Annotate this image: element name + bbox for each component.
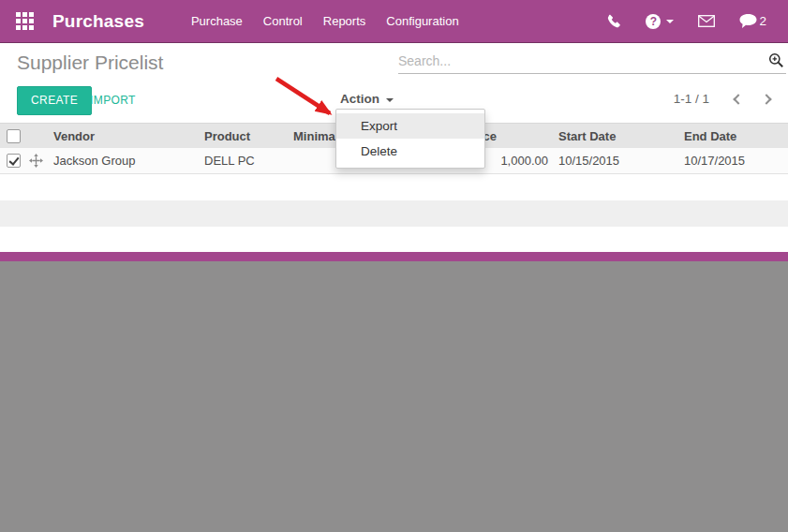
pager: 1-1 / 1 [674, 92, 776, 106]
message-count-badge: 2 [759, 14, 766, 28]
mail-icon[interactable] [686, 15, 727, 27]
column-header-start-date[interactable]: Start Date [548, 129, 674, 143]
select-all-cell [0, 129, 26, 143]
empty-gray-band [0, 200, 788, 227]
bottom-magenta-bar [0, 252, 788, 261]
chevron-left-icon[interactable] [733, 94, 743, 104]
move-cross-icon [29, 154, 43, 168]
top-navbar: Purchases Purchase Control Reports Confi… [0, 0, 788, 43]
envelope-glyph [698, 15, 715, 27]
messages-icon[interactable]: 2 [727, 14, 779, 29]
search-bar [398, 49, 786, 74]
speech-bubble-glyph [739, 14, 757, 29]
navbar-right-icons: ? 2 [594, 14, 779, 29]
phone-glyph [606, 14, 621, 29]
action-dropdown-menu: Export Delete [335, 109, 485, 169]
row-select-cell [0, 154, 26, 168]
apps-grid-icon[interactable] [16, 12, 34, 30]
menu-control[interactable]: Control [253, 6, 313, 37]
cell-end-date: 10/17/2015 [674, 154, 788, 168]
caret-down-icon [386, 98, 394, 102]
menu-item-delete[interactable]: Delete [336, 139, 484, 164]
phone-icon[interactable] [594, 14, 633, 29]
question-circle-icon: ? [646, 14, 661, 29]
column-header-end-date[interactable]: End Date [674, 129, 788, 143]
main-menu: Purchase Control Reports Configuration [181, 6, 469, 37]
app-brand[interactable]: Purchases [52, 11, 144, 32]
menu-item-export[interactable]: Export [336, 113, 484, 139]
cell-vendor: Jackson Group [53, 154, 204, 168]
row-drag-handle[interactable] [26, 154, 53, 168]
column-header-product[interactable]: Product [204, 129, 293, 143]
action-dropdown-button[interactable]: Action [340, 92, 394, 106]
menu-configuration[interactable]: Configuration [376, 6, 468, 37]
select-all-checkbox[interactable] [7, 129, 21, 143]
cell-product: DELL PC [204, 154, 293, 168]
help-icon[interactable]: ? [633, 14, 686, 29]
search-magnifier-icon[interactable] [763, 52, 786, 70]
create-button[interactable]: CREATE [17, 86, 92, 115]
row-checkbox[interactable] [7, 154, 21, 168]
pager-range: 1-1 / 1 [674, 92, 709, 106]
desktop-background [0, 261, 788, 532]
caret-down-icon [666, 20, 674, 23]
page-title: Supplier Pricelist [17, 52, 163, 74]
column-header-vendor[interactable]: Vendor [53, 129, 204, 143]
action-label: Action [340, 92, 379, 106]
cell-start-date: 10/15/2015 [548, 154, 674, 168]
search-input[interactable] [398, 53, 763, 68]
menu-purchase[interactable]: Purchase [181, 6, 253, 37]
chevron-right-icon[interactable] [761, 94, 771, 104]
menu-reports[interactable]: Reports [313, 6, 377, 37]
import-link[interactable]: IMPORT [90, 94, 136, 107]
